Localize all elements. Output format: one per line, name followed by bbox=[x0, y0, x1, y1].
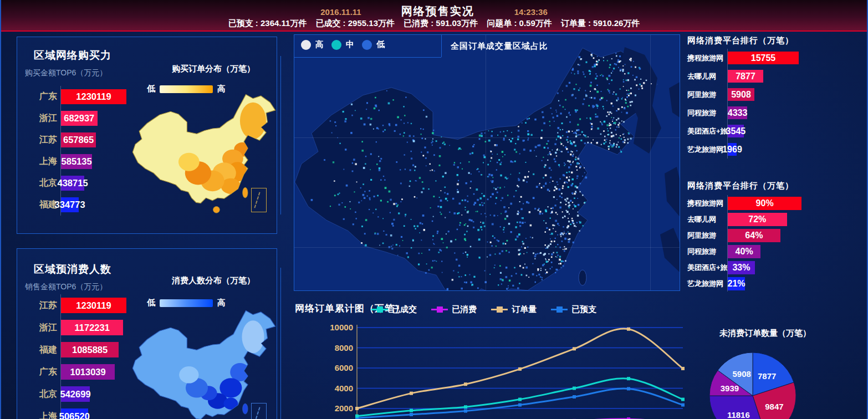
bar[interactable]: 1085885 bbox=[61, 342, 119, 357]
unconsumed-pie-chart[interactable]: 787798471181639395908 bbox=[704, 348, 809, 419]
bar-row: 阿里旅游5908 bbox=[687, 85, 799, 104]
orders-line-chart[interactable]: 100008000600040002000 bbox=[292, 320, 688, 419]
bar-label: 广东 bbox=[25, 91, 60, 103]
bar-track: 1013039 bbox=[60, 361, 115, 383]
stat-deal: 已成交2955.13万件 bbox=[315, 18, 395, 29]
bar[interactable]: 64% bbox=[728, 229, 780, 242]
legend-label: 已预支 bbox=[571, 304, 596, 315]
bar[interactable]: 1013039 bbox=[61, 364, 115, 380]
bar-row: 广东1230119 bbox=[25, 86, 126, 108]
bar[interactable]: 1230119 bbox=[61, 298, 126, 313]
bar-label: 艺龙旅游网 bbox=[687, 279, 727, 289]
panel-subtitle: 购买金额TOP6（万元） bbox=[25, 68, 107, 78]
bar-value: 1969 bbox=[722, 145, 742, 155]
legend-label: 已消费 bbox=[452, 304, 477, 315]
bar[interactable]: 7877 bbox=[728, 70, 763, 83]
graticule-line bbox=[294, 137, 680, 138]
bar-track: 1085885 bbox=[60, 339, 119, 361]
bar[interactable]: 682937 bbox=[61, 111, 98, 126]
bar-label: 浙江 bbox=[25, 322, 60, 334]
bar[interactable]: 1969 bbox=[728, 143, 737, 156]
bar-track: 334773 bbox=[60, 194, 79, 216]
bar-chart-buy-top6: 广东1230119浙江682937江苏657865上海585135北京43871… bbox=[25, 86, 126, 216]
bar-track: 1230119 bbox=[60, 294, 126, 316]
stat-problem: 问题单0.59万件 bbox=[487, 18, 552, 29]
bar[interactable]: 15755 bbox=[728, 52, 799, 64]
legend-label: 已成交 bbox=[392, 304, 417, 315]
scatter-legend-item[interactable]: 低 bbox=[362, 39, 385, 50]
legend-low-label: 低 bbox=[147, 298, 155, 308]
bar-row: 携程旅游网90% bbox=[687, 195, 801, 211]
scatter-map-title: 全国订单成交量区域占比 bbox=[451, 41, 548, 52]
y-tick-label: 4000 bbox=[335, 384, 353, 393]
bar-value: 657865 bbox=[63, 135, 94, 145]
bar-value: 21% bbox=[728, 279, 746, 289]
header-title-row: 2016.11.11 网络预售实况 14:23:36 bbox=[1, 4, 867, 19]
heat-legend: 低 高 bbox=[147, 298, 226, 308]
line-legend-item[interactable]: 已消费 bbox=[431, 304, 477, 315]
bar[interactable]: 585135 bbox=[61, 154, 92, 169]
bar[interactable]: 90% bbox=[728, 197, 801, 210]
bar-track: 682937 bbox=[60, 108, 98, 129]
legend-label: 中 bbox=[346, 39, 354, 50]
bar[interactable]: 40% bbox=[728, 245, 760, 258]
y-tick-label: 6000 bbox=[335, 363, 353, 372]
bar[interactable]: 1230119 bbox=[61, 89, 126, 104]
bar[interactable]: 657865 bbox=[61, 132, 96, 147]
pie-label: 5908 bbox=[732, 369, 750, 379]
bar[interactable]: 4333 bbox=[728, 106, 747, 119]
bar-value: 1172231 bbox=[75, 323, 110, 333]
bar[interactable]: 5908 bbox=[728, 88, 754, 101]
bar-row: 去哪儿网72% bbox=[687, 211, 801, 227]
scatter-legend-item[interactable]: 中 bbox=[331, 39, 354, 50]
bar-value: 15755 bbox=[751, 53, 776, 63]
legend-marker-icon bbox=[431, 309, 448, 310]
bar-track: 90% bbox=[727, 195, 801, 211]
bar-track: 1230119 bbox=[60, 86, 126, 108]
bar-value: 5908 bbox=[731, 90, 751, 100]
bar-row: 同程旅游40% bbox=[687, 243, 801, 259]
bar[interactable]: 542699 bbox=[61, 386, 90, 402]
bar-value: 90% bbox=[756, 198, 774, 208]
bar[interactable]: 1172231 bbox=[61, 320, 123, 335]
scatter-legend-item[interactable]: 高 bbox=[301, 39, 324, 50]
bar-track: 7877 bbox=[727, 67, 763, 85]
bar-track: 21% bbox=[727, 275, 745, 292]
bar[interactable]: 21% bbox=[728, 277, 745, 290]
bar-value: 33% bbox=[732, 263, 750, 273]
line-legend-item[interactable]: 订单量 bbox=[491, 304, 537, 315]
line-legend-item[interactable]: 已预支 bbox=[551, 304, 596, 315]
bar[interactable]: 506520 bbox=[61, 408, 88, 419]
bar-chart-consume-top6: 江苏1230119浙江1172231福建1085885广东1013039北京54… bbox=[25, 294, 126, 419]
bar[interactable]: 72% bbox=[728, 213, 787, 226]
bar-row: 北京438715 bbox=[25, 172, 126, 194]
bar-label: 浙江 bbox=[25, 113, 60, 124]
date-label: 2016.11.11 bbox=[320, 7, 361, 17]
header-stats-row: 已预支2364.11万件 已成交2955.13万件 已消费591.03万件 问题… bbox=[1, 18, 867, 29]
legend-dot-icon bbox=[331, 40, 341, 50]
bar-label: 北京 bbox=[25, 389, 60, 400]
order-density-dots[interactable] bbox=[294, 35, 680, 291]
bar[interactable]: 334773 bbox=[61, 197, 79, 212]
dist-title: 购买订单分布（万笔） bbox=[152, 64, 274, 74]
legend-marker-icon bbox=[551, 309, 568, 310]
pie-label: 11816 bbox=[727, 410, 750, 419]
bar-row: 艺龙旅游网1969 bbox=[687, 140, 799, 159]
bar-track: 40% bbox=[727, 243, 760, 259]
legend-marker-icon bbox=[371, 309, 388, 310]
bar[interactable]: 438715 bbox=[61, 176, 84, 191]
bar-label: 携程旅游网 bbox=[687, 53, 727, 63]
y-tick-label: 2000 bbox=[335, 403, 353, 413]
bar-value: 542699 bbox=[60, 389, 91, 400]
bar[interactable]: 3545 bbox=[728, 125, 744, 137]
legend-high-label: 高 bbox=[217, 298, 226, 308]
line-legend-item[interactable]: 已成交 bbox=[371, 304, 417, 315]
bar-row: 福建334773 bbox=[25, 194, 126, 216]
bar-row: 携程旅游网15755 bbox=[687, 49, 799, 67]
bar-label: 北京 bbox=[25, 177, 60, 189]
bar-track: 542699 bbox=[60, 383, 90, 405]
legend-label: 高 bbox=[315, 39, 324, 50]
bar-value: 334773 bbox=[55, 200, 85, 210]
legend-dot-icon bbox=[301, 40, 311, 50]
bar[interactable]: 33% bbox=[728, 261, 755, 274]
